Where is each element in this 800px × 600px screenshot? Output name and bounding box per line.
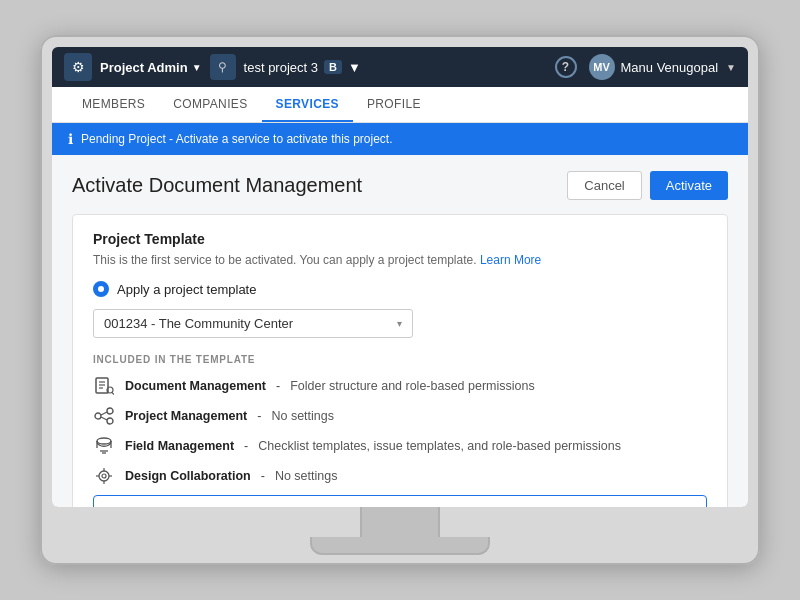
- help-icon: ?: [562, 60, 569, 74]
- project-name-button[interactable]: test project 3 B ▼: [244, 60, 361, 75]
- nav-companies[interactable]: COMPANIES: [159, 87, 261, 122]
- template-item-project: Project Management - No settings: [93, 405, 707, 427]
- secondary-navbar: MEMBERS COMPANIES SERVICES PROFILE: [52, 87, 748, 123]
- template-items-list: Document Management - Folder structure a…: [93, 375, 707, 507]
- item-desc: No settings: [275, 469, 338, 483]
- insight-icon: [104, 502, 126, 507]
- card-title: Project Template: [93, 231, 707, 247]
- item-separator: -: [276, 379, 280, 393]
- template-item-insight: Insight - Saved reports templates: [93, 495, 707, 507]
- project-template-card: Project Template This is the first servi…: [72, 214, 728, 507]
- nav-profile[interactable]: PROFILE: [353, 87, 435, 122]
- item-desc: Saved reports templates: [201, 506, 337, 507]
- header-actions: Cancel Activate: [567, 171, 728, 200]
- item-separator: -: [187, 506, 191, 507]
- svg-point-17: [102, 474, 106, 478]
- avatar: MV: [589, 54, 615, 80]
- svg-point-6: [95, 413, 101, 419]
- project-caret: ▼: [348, 60, 361, 75]
- screen: ⚙ Project Admin ▼ ⚲ test project 3 B ▼ ?: [52, 47, 748, 507]
- cancel-button[interactable]: Cancel: [567, 171, 641, 200]
- template-item-field: Field Management - Checklist templates, …: [93, 435, 707, 457]
- field-management-icon: [93, 435, 115, 457]
- item-desc: Checklist templates, issue templates, an…: [258, 439, 621, 453]
- item-separator: -: [244, 439, 248, 453]
- template-item-document: Document Management - Folder structure a…: [93, 375, 707, 397]
- included-section-label: INCLUDED IN THE TEMPLATE: [93, 354, 707, 365]
- design-collaboration-icon: [93, 465, 115, 487]
- project-admin-label: Project Admin: [100, 60, 188, 75]
- item-name: Project Management: [125, 409, 247, 423]
- project-management-icon: [93, 405, 115, 427]
- project-admin-caret: ▼: [192, 62, 202, 73]
- svg-point-8: [107, 418, 113, 424]
- template-dropdown[interactable]: 001234 - The Community Center ▾: [93, 309, 413, 338]
- item-name: Document Management: [125, 379, 266, 393]
- page-title: Activate Document Management: [72, 174, 362, 197]
- learn-more-link[interactable]: Learn More: [480, 253, 541, 267]
- document-management-icon: [93, 375, 115, 397]
- item-desc: No settings: [271, 409, 334, 423]
- dropdown-caret-icon: ▾: [397, 318, 402, 329]
- monitor: ⚙ Project Admin ▼ ⚲ test project 3 B ▼ ?: [40, 35, 760, 565]
- apply-template-radio[interactable]: Apply a project template: [93, 281, 707, 297]
- help-button[interactable]: ?: [555, 56, 577, 78]
- svg-point-7: [107, 408, 113, 414]
- activate-button[interactable]: Activate: [650, 171, 728, 200]
- monitor-stand-neck: [360, 507, 440, 537]
- item-separator: -: [261, 469, 265, 483]
- item-name: Field Management: [125, 439, 234, 453]
- dropdown-value: 001234 - The Community Center: [104, 316, 293, 331]
- project-name-label: test project 3: [244, 60, 318, 75]
- monitor-stand-base: [310, 537, 490, 555]
- alert-bar: ℹ Pending Project - Activate a service t…: [52, 123, 748, 155]
- alert-message: Pending Project - Activate a service to …: [81, 132, 392, 146]
- svg-point-16: [99, 471, 109, 481]
- project-badge: B: [324, 60, 342, 74]
- user-caret: ▼: [726, 62, 736, 73]
- item-desc: Folder structure and role-based permissi…: [290, 379, 535, 393]
- item-name: Insight: [136, 506, 177, 507]
- item-separator: -: [257, 409, 261, 423]
- template-item-design: Design Collaboration - No settings: [93, 465, 707, 487]
- svg-line-9: [101, 412, 107, 415]
- search-button[interactable]: ⚲: [210, 54, 236, 80]
- card-description: This is the first service to be activate…: [93, 253, 707, 267]
- nav-right: ? MV Manu Venugopal ▼: [555, 54, 737, 80]
- radio-button[interactable]: [93, 281, 109, 297]
- gear-icon: ⚙: [72, 59, 85, 75]
- svg-point-11: [97, 438, 111, 444]
- page-header: Activate Document Management Cancel Acti…: [72, 171, 728, 200]
- svg-line-10: [101, 417, 107, 420]
- nav-members[interactable]: MEMBERS: [68, 87, 159, 122]
- gear-button[interactable]: ⚙: [64, 53, 92, 81]
- alert-icon: ℹ: [68, 131, 73, 147]
- radio-label: Apply a project template: [117, 282, 256, 297]
- user-name-label: Manu Venugopal: [621, 60, 719, 75]
- nav-left: ⚙ Project Admin ▼ ⚲ test project 3 B ▼: [64, 53, 361, 81]
- nav-services[interactable]: SERVICES: [262, 87, 353, 122]
- search-icon: ⚲: [218, 60, 227, 74]
- item-name: Design Collaboration: [125, 469, 251, 483]
- content-area: Activate Document Management Cancel Acti…: [52, 155, 748, 507]
- user-menu-button[interactable]: MV Manu Venugopal ▼: [589, 54, 737, 80]
- project-admin-button[interactable]: Project Admin ▼: [100, 60, 202, 75]
- svg-line-5: [112, 393, 114, 395]
- top-navbar: ⚙ Project Admin ▼ ⚲ test project 3 B ▼ ?: [52, 47, 748, 87]
